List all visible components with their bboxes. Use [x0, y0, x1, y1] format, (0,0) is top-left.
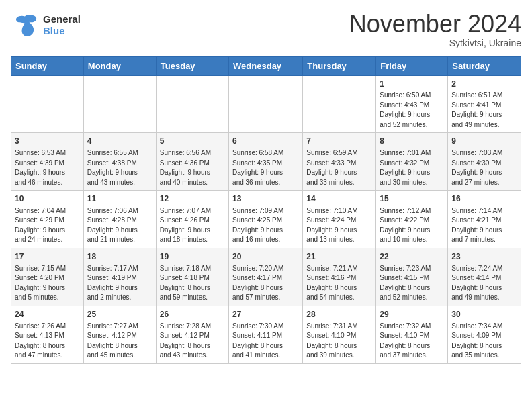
calendar-cell: 17Sunrise: 7:15 AM Sunset: 4:20 PM Dayli… — [11, 248, 84, 306]
calendar-header-row: SundayMondayTuesdayWednesdayThursdayFrid… — [11, 56, 521, 75]
calendar-cell — [11, 75, 84, 133]
day-number: 30 — [451, 309, 517, 320]
weekday-header: Saturday — [448, 56, 521, 75]
calendar-cell: 19Sunrise: 7:18 AM Sunset: 4:18 PM Dayli… — [156, 248, 228, 306]
day-info: Sunrise: 7:15 AM Sunset: 4:20 PM Dayligh… — [15, 264, 80, 303]
calendar-cell: 29Sunrise: 7:32 AM Sunset: 4:10 PM Dayli… — [376, 306, 448, 363]
calendar-cell: 15Sunrise: 7:12 AM Sunset: 4:22 PM Dayli… — [376, 191, 448, 248]
calendar-week-row: 3Sunrise: 6:53 AM Sunset: 4:39 PM Daylig… — [11, 133, 521, 191]
calendar: SundayMondayTuesdayWednesdayThursdayFrid… — [11, 56, 521, 364]
month-title: November 2024 — [349, 11, 521, 38]
calendar-cell: 10Sunrise: 7:04 AM Sunset: 4:29 PM Dayli… — [11, 191, 84, 248]
location-subtitle: Sytkivtsi, Ukraine — [349, 38, 521, 48]
day-number: 6 — [232, 136, 299, 147]
day-number: 15 — [380, 193, 444, 205]
day-info: Sunrise: 6:56 AM Sunset: 4:36 PM Dayligh… — [160, 148, 225, 187]
day-number: 29 — [380, 309, 444, 320]
day-number: 3 — [15, 136, 80, 147]
day-info: Sunrise: 6:51 AM Sunset: 4:41 PM Dayligh… — [451, 91, 517, 130]
calendar-cell — [229, 75, 303, 133]
day-number: 4 — [87, 136, 152, 147]
day-number: 17 — [15, 251, 80, 263]
day-number: 8 — [380, 136, 444, 147]
day-number: 9 — [451, 136, 517, 147]
day-number: 19 — [160, 251, 225, 263]
day-info: Sunrise: 7:34 AM Sunset: 4:09 PM Dayligh… — [451, 322, 517, 361]
day-number: 26 — [160, 309, 225, 320]
day-number: 10 — [15, 193, 80, 205]
calendar-cell: 2Sunrise: 6:51 AM Sunset: 4:41 PM Daylig… — [448, 75, 521, 133]
calendar-week-row: 1Sunrise: 6:50 AM Sunset: 4:43 PM Daylig… — [11, 75, 521, 133]
day-info: Sunrise: 7:04 AM Sunset: 4:29 PM Dayligh… — [15, 206, 80, 245]
day-info: Sunrise: 7:07 AM Sunset: 4:26 PM Dayligh… — [160, 206, 225, 245]
day-info: Sunrise: 7:06 AM Sunset: 4:28 PM Dayligh… — [87, 206, 152, 245]
calendar-cell: 25Sunrise: 7:27 AM Sunset: 4:12 PM Dayli… — [83, 306, 156, 363]
day-info: Sunrise: 7:12 AM Sunset: 4:22 PM Dayligh… — [380, 206, 444, 245]
calendar-cell: 11Sunrise: 7:06 AM Sunset: 4:28 PM Dayli… — [83, 191, 156, 248]
day-number: 18 — [87, 251, 152, 263]
calendar-cell: 7Sunrise: 6:59 AM Sunset: 4:33 PM Daylig… — [303, 133, 376, 191]
calendar-cell: 27Sunrise: 7:30 AM Sunset: 4:11 PM Dayli… — [229, 306, 303, 363]
weekday-header: Wednesday — [229, 56, 303, 75]
calendar-cell: 14Sunrise: 7:10 AM Sunset: 4:24 PM Dayli… — [303, 191, 376, 248]
day-number: 20 — [232, 251, 299, 263]
calendar-cell: 24Sunrise: 7:26 AM Sunset: 4:13 PM Dayli… — [11, 306, 84, 363]
day-number: 24 — [15, 309, 80, 320]
day-info: Sunrise: 6:50 AM Sunset: 4:43 PM Dayligh… — [380, 91, 444, 130]
day-number: 2 — [451, 79, 517, 90]
day-info: Sunrise: 7:03 AM Sunset: 4:30 PM Dayligh… — [451, 148, 517, 187]
calendar-week-row: 17Sunrise: 7:15 AM Sunset: 4:20 PM Dayli… — [11, 248, 521, 306]
calendar-cell: 12Sunrise: 7:07 AM Sunset: 4:26 PM Dayli… — [156, 191, 228, 248]
calendar-cell: 4Sunrise: 6:55 AM Sunset: 4:38 PM Daylig… — [83, 133, 156, 191]
calendar-cell: 8Sunrise: 7:01 AM Sunset: 4:32 PM Daylig… — [376, 133, 448, 191]
day-info: Sunrise: 6:53 AM Sunset: 4:39 PM Dayligh… — [15, 148, 80, 187]
day-number: 11 — [87, 193, 152, 205]
day-info: Sunrise: 7:09 AM Sunset: 4:25 PM Dayligh… — [232, 206, 299, 245]
day-info: Sunrise: 7:31 AM Sunset: 4:10 PM Dayligh… — [306, 322, 372, 361]
calendar-cell: 20Sunrise: 7:20 AM Sunset: 4:17 PM Dayli… — [229, 248, 303, 306]
day-info: Sunrise: 7:32 AM Sunset: 4:10 PM Dayligh… — [380, 322, 444, 361]
day-info: Sunrise: 6:55 AM Sunset: 4:38 PM Dayligh… — [87, 148, 152, 187]
calendar-cell: 16Sunrise: 7:14 AM Sunset: 4:21 PM Dayli… — [448, 191, 521, 248]
day-info: Sunrise: 7:28 AM Sunset: 4:12 PM Dayligh… — [160, 322, 225, 361]
logo-bird-icon — [11, 11, 39, 39]
day-number: 14 — [306, 193, 372, 205]
day-number: 27 — [232, 309, 299, 320]
day-number: 23 — [451, 251, 517, 263]
header: General Blue November 2024 Sytkivtsi, Uk… — [11, 11, 521, 48]
calendar-cell: 26Sunrise: 7:28 AM Sunset: 4:12 PM Dayli… — [156, 306, 228, 363]
day-info: Sunrise: 7:27 AM Sunset: 4:12 PM Dayligh… — [87, 322, 152, 361]
calendar-cell — [303, 75, 376, 133]
calendar-cell: 30Sunrise: 7:34 AM Sunset: 4:09 PM Dayli… — [448, 306, 521, 363]
day-info: Sunrise: 7:30 AM Sunset: 4:11 PM Dayligh… — [232, 322, 299, 361]
day-info: Sunrise: 7:20 AM Sunset: 4:17 PM Dayligh… — [232, 264, 299, 303]
day-info: Sunrise: 7:24 AM Sunset: 4:14 PM Dayligh… — [451, 264, 517, 303]
day-number: 28 — [306, 309, 372, 320]
calendar-cell: 18Sunrise: 7:17 AM Sunset: 4:19 PM Dayli… — [83, 248, 156, 306]
calendar-cell: 23Sunrise: 7:24 AM Sunset: 4:14 PM Dayli… — [448, 248, 521, 306]
day-info: Sunrise: 6:59 AM Sunset: 4:33 PM Dayligh… — [306, 148, 372, 187]
day-number: 13 — [232, 193, 299, 205]
calendar-cell: 21Sunrise: 7:21 AM Sunset: 4:16 PM Dayli… — [303, 248, 376, 306]
weekday-header: Sunday — [11, 56, 84, 75]
day-info: Sunrise: 7:26 AM Sunset: 4:13 PM Dayligh… — [15, 322, 80, 361]
logo-blue: Blue — [43, 25, 81, 36]
calendar-cell: 13Sunrise: 7:09 AM Sunset: 4:25 PM Dayli… — [229, 191, 303, 248]
day-number: 25 — [87, 309, 152, 320]
weekday-header: Thursday — [303, 56, 376, 75]
day-number: 12 — [160, 193, 225, 205]
day-info: Sunrise: 7:17 AM Sunset: 4:19 PM Dayligh… — [87, 264, 152, 303]
day-info: Sunrise: 7:10 AM Sunset: 4:24 PM Dayligh… — [306, 206, 372, 245]
calendar-cell: 28Sunrise: 7:31 AM Sunset: 4:10 PM Dayli… — [303, 306, 376, 363]
calendar-week-row: 10Sunrise: 7:04 AM Sunset: 4:29 PM Dayli… — [11, 191, 521, 248]
logo-general: General — [43, 13, 81, 25]
day-number: 7 — [306, 136, 372, 147]
weekday-header: Tuesday — [156, 56, 228, 75]
day-number: 22 — [380, 251, 444, 263]
calendar-cell — [83, 75, 156, 133]
day-number: 21 — [306, 251, 372, 263]
day-info: Sunrise: 7:14 AM Sunset: 4:21 PM Dayligh… — [451, 206, 517, 245]
day-number: 5 — [160, 136, 225, 147]
calendar-cell: 9Sunrise: 7:03 AM Sunset: 4:30 PM Daylig… — [448, 133, 521, 191]
title-area: November 2024 Sytkivtsi, Ukraine — [349, 11, 521, 48]
